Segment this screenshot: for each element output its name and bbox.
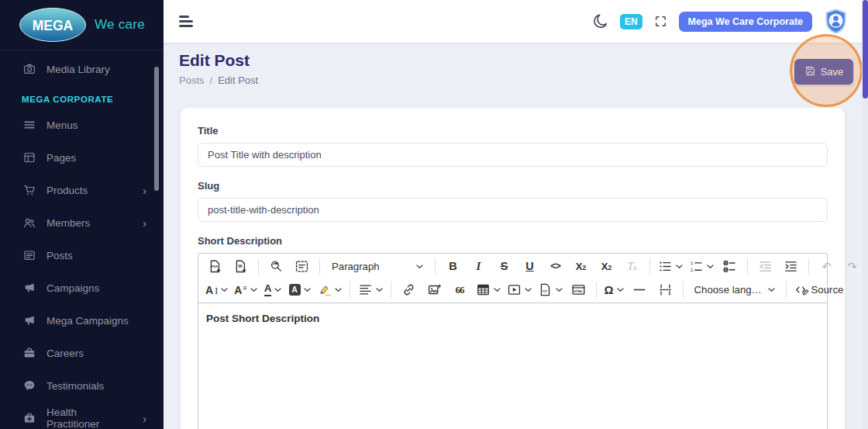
bulleted-list-button[interactable] <box>656 256 685 277</box>
save-button[interactable]: Save <box>794 59 853 85</box>
html-embed-button[interactable]: HTML <box>567 279 591 300</box>
highlight-button[interactable] <box>315 279 344 300</box>
dark-mode-icon[interactable] <box>592 13 608 29</box>
font-color-button[interactable]: A <box>261 279 285 300</box>
toolbar-separator <box>350 282 350 298</box>
page-title: Edit Post <box>179 51 258 70</box>
chevron-down-icon <box>494 288 501 292</box>
sidebar-item-campaigns[interactable]: Campaigns <box>0 272 164 304</box>
chevron-right-icon: › <box>143 217 146 229</box>
outdent-button[interactable] <box>753 256 777 277</box>
mega-logo-icon: MEGA <box>19 7 87 43</box>
sidebar-item-menus[interactable]: Menus <box>0 109 164 141</box>
medkit-icon <box>23 412 36 424</box>
menu-toggle-icon[interactable] <box>179 16 193 26</box>
chat-icon <box>23 379 36 392</box>
svg-text:W: W <box>238 264 243 268</box>
font-background-color-button[interactable]: A <box>287 279 313 300</box>
sidebar-scrollbar[interactable] <box>154 67 159 191</box>
font-background-color-icon: A <box>289 284 301 296</box>
undo-button[interactable]: ↶ <box>815 256 839 277</box>
strikethrough-icon: S <box>501 261 508 272</box>
menu-icon <box>23 119 36 131</box>
sidebar-item-label: Menus <box>46 119 78 131</box>
sidebar-item-media-library[interactable]: Media Library <box>0 54 164 84</box>
link-button[interactable] <box>397 279 421 300</box>
italic-button[interactable]: I <box>467 256 491 277</box>
toolbar-separator <box>747 258 748 275</box>
sidebar-item-posts[interactable]: Posts <box>0 239 164 272</box>
sidebar-item-label: Careers <box>46 348 84 359</box>
source-editing-icon <box>794 282 809 297</box>
breadcrumb-separator: / <box>210 74 213 86</box>
block-quote-icon: 66 <box>456 285 464 295</box>
remove-format-icon: Tx <box>627 261 637 272</box>
chevron-down-icon <box>416 265 423 269</box>
source-editing-button[interactable]: Source <box>792 279 846 300</box>
workspace-button[interactable]: Mega We Care Corporate <box>679 12 812 32</box>
select-all-icon <box>294 259 309 274</box>
sidebar-item-products[interactable]: Products› <box>0 174 164 206</box>
find-and-replace-button[interactable] <box>264 256 288 277</box>
language-badge[interactable]: EN <box>620 14 642 29</box>
bold-button[interactable]: B <box>441 256 465 277</box>
export-pdf-icon: PDF <box>208 259 222 274</box>
indent-button[interactable] <box>779 256 803 277</box>
breadcrumb-posts[interactable]: Posts <box>179 74 205 86</box>
page-break-button[interactable] <box>653 279 677 300</box>
language-dropdown-button[interactable]: Choose lang… <box>689 279 780 300</box>
sidebar-item-careers[interactable]: Careers <box>0 337 164 369</box>
slug-input[interactable] <box>198 198 828 222</box>
strikethrough-button[interactable]: S <box>492 256 516 277</box>
numbered-list-button[interactable]: 1.2. <box>687 256 716 277</box>
font-family-button[interactable]: A≡ <box>232 279 259 300</box>
sidebar-item-health-practitioner[interactable]: Health Practitioner› <box>0 402 164 429</box>
redo-icon: ↷ <box>847 261 857 272</box>
export-pdf-button[interactable]: PDF <box>203 256 227 277</box>
remove-format-button[interactable]: Tx <box>620 256 644 277</box>
media-embed-icon <box>507 282 522 297</box>
title-input[interactable] <box>198 143 828 167</box>
superscript-button[interactable]: X2 <box>594 256 618 277</box>
font-color-icon: A <box>264 283 272 296</box>
megaphone-icon <box>23 282 36 294</box>
insert-template-button[interactable]: <> <box>536 279 565 300</box>
insert-image-button[interactable] <box>422 279 446 300</box>
editor-toolbar-row-2: AIA≡AA66<>HTMLΩ—Choose lang…Source <box>198 279 827 303</box>
fullscreen-icon[interactable] <box>654 15 667 28</box>
heading-dropdown-button[interactable]: Paragraph <box>326 256 429 277</box>
link-icon <box>401 282 416 297</box>
code-button[interactable]: <> <box>543 256 567 277</box>
subscript-button[interactable]: X2 <box>569 256 593 277</box>
code-icon: <> <box>550 261 560 272</box>
font-size-button[interactable]: AI <box>203 279 230 300</box>
special-characters-button[interactable]: Ω <box>602 279 626 300</box>
avatar[interactable] <box>824 9 848 34</box>
sidebar-item-members[interactable]: Members› <box>0 206 164 239</box>
underline-button[interactable]: U <box>518 256 542 277</box>
insert-table-button[interactable] <box>474 279 503 300</box>
page-scrollbar[interactable] <box>862 0 868 429</box>
toolbar-separator <box>808 258 809 275</box>
sidebar-item-pages[interactable]: Pages <box>0 141 164 174</box>
todo-list-button[interactable] <box>718 256 742 277</box>
svg-text:PDF: PDF <box>212 265 219 268</box>
bold-icon: B <box>449 261 456 272</box>
editor-content[interactable]: Post Short Description <box>198 303 827 429</box>
sidebar-item-testimonials[interactable]: Testimonials <box>0 369 164 402</box>
media-embed-button[interactable] <box>505 279 534 300</box>
redo-button[interactable]: ↷ <box>840 256 864 277</box>
page-scrollbar-thumb[interactable] <box>863 0 868 99</box>
export-word-button[interactable]: W <box>229 256 253 277</box>
chevron-down-icon <box>707 265 714 269</box>
editor-paragraph: Post Short Description <box>206 313 819 324</box>
app-logo[interactable]: MEGA We care <box>0 0 164 50</box>
horizontal-line-button[interactable]: — <box>628 279 652 300</box>
block-quote-button[interactable]: 66 <box>448 279 472 300</box>
sidebar-item-label: Members <box>46 217 90 229</box>
sidebar-item-mega-campaigns[interactable]: Mega Campaigns <box>0 304 164 337</box>
language-dropdown-label: Choose lang… <box>694 284 762 296</box>
chevron-down-icon <box>556 288 563 292</box>
select-all-button[interactable] <box>290 256 314 277</box>
text-alignment-button[interactable] <box>356 279 385 300</box>
